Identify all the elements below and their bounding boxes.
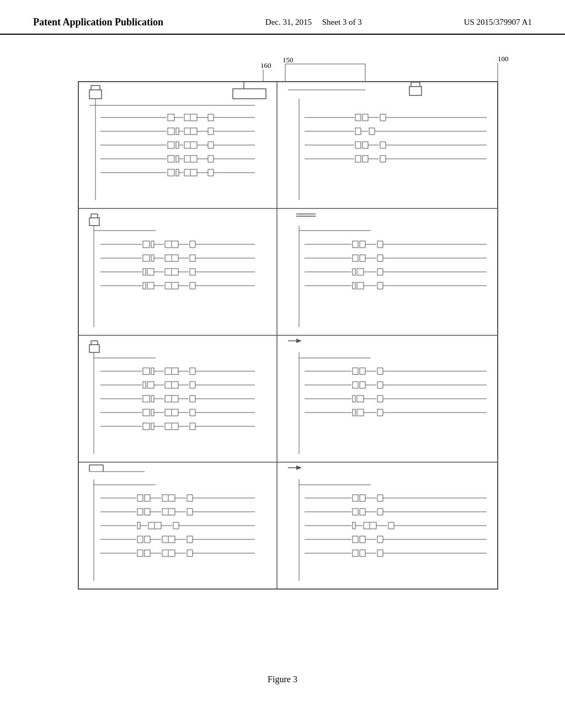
svg-rect-106 — [355, 128, 361, 135]
svg-rect-167 — [147, 269, 154, 275]
svg-rect-389 — [154, 522, 161, 529]
svg-rect-152 — [143, 255, 150, 261]
figure-3-svg: 160 150 100 — [45, 46, 520, 652]
svg-rect-63 — [168, 156, 174, 162]
svg-rect-255 — [147, 382, 154, 388]
svg-rect-41 — [190, 128, 197, 135]
svg-rect-397 — [137, 536, 143, 543]
svg-rect-260 — [172, 382, 178, 388]
svg-rect-362 — [168, 495, 175, 501]
svg-rect-371 — [145, 508, 150, 515]
svg-rect-158 — [172, 255, 178, 261]
svg-text:160: 160 — [260, 61, 271, 69]
svg-rect-198 — [353, 241, 358, 248]
svg-rect-282 — [143, 409, 150, 416]
svg-rect-19 — [233, 89, 266, 99]
svg-rect-315 — [360, 368, 365, 374]
svg-rect-115 — [363, 142, 368, 148]
svg-rect-36 — [176, 128, 179, 135]
svg-rect-447 — [353, 522, 355, 529]
svg-rect-461 — [360, 536, 365, 543]
svg-rect-78 — [176, 169, 179, 176]
svg-text:100: 100 — [498, 55, 509, 63]
svg-rect-77 — [168, 169, 174, 176]
svg-rect-138 — [143, 241, 150, 248]
svg-rect-268 — [143, 395, 150, 402]
svg-rect-398 — [145, 536, 150, 543]
svg-rect-216 — [353, 269, 355, 275]
svg-rect-241 — [151, 368, 154, 374]
svg-rect-297 — [151, 423, 154, 430]
svg-rect-27 — [190, 114, 197, 121]
diagram-area: 160 150 100 — [0, 40, 565, 658]
svg-rect-123 — [355, 156, 361, 162]
svg-rect-411 — [137, 550, 143, 556]
svg-rect-430 — [360, 495, 365, 501]
svg-rect-139 — [151, 241, 154, 248]
svg-rect-429 — [353, 495, 358, 501]
svg-rect-64 — [176, 156, 179, 162]
svg-rect-91 — [409, 87, 422, 95]
svg-rect-288 — [172, 409, 178, 416]
svg-rect-438 — [353, 508, 358, 515]
svg-rect-131 — [89, 218, 99, 226]
svg-rect-114 — [355, 142, 361, 148]
svg-rect-226 — [357, 282, 364, 289]
svg-rect-13 — [89, 90, 102, 99]
svg-rect-181 — [147, 282, 154, 289]
svg-rect-274 — [172, 395, 178, 402]
svg-rect-233 — [89, 345, 99, 352]
svg-rect-283 — [151, 409, 154, 416]
svg-rect-417 — [168, 550, 175, 556]
svg-rect-254 — [143, 382, 146, 388]
svg-rect-341 — [353, 409, 355, 416]
svg-rect-55 — [190, 142, 197, 148]
svg-rect-332 — [353, 395, 355, 402]
svg-rect-153 — [151, 255, 154, 261]
svg-rect-370 — [137, 508, 143, 515]
svg-rect-333 — [357, 395, 364, 402]
svg-rect-412 — [145, 550, 150, 556]
svg-rect-124 — [363, 156, 368, 162]
svg-rect-199 — [360, 241, 365, 248]
svg-rect-69 — [190, 156, 197, 162]
svg-rect-246 — [172, 368, 178, 374]
svg-rect-83 — [190, 169, 197, 176]
svg-rect-186 — [172, 282, 178, 289]
figure-caption: Figure 3 — [0, 675, 565, 684]
svg-rect-50 — [176, 142, 179, 148]
svg-rect-356 — [137, 495, 143, 501]
svg-rect-208 — [360, 255, 365, 261]
patent-number: US 2015/379907 A1 — [464, 18, 532, 27]
svg-rect-269 — [151, 395, 154, 402]
svg-rect-240 — [143, 368, 150, 374]
svg-rect-144 — [172, 241, 178, 248]
svg-rect-376 — [168, 508, 175, 515]
svg-rect-296 — [143, 423, 150, 430]
svg-rect-217 — [357, 269, 364, 275]
svg-rect-180 — [143, 282, 146, 289]
svg-rect-98 — [363, 114, 368, 121]
publication-title: Patent Application Publication — [33, 17, 163, 28]
page-header: Patent Application Publication Dec. 31, … — [0, 0, 565, 35]
svg-rect-324 — [360, 382, 365, 388]
svg-rect-49 — [168, 142, 174, 148]
svg-rect-22 — [168, 114, 174, 121]
svg-rect-460 — [353, 536, 358, 543]
svg-rect-323 — [353, 382, 358, 388]
svg-rect-207 — [353, 255, 358, 261]
svg-rect-452 — [370, 522, 376, 529]
svg-rect-166 — [143, 269, 146, 275]
svg-rect-97 — [355, 114, 361, 121]
svg-rect-302 — [172, 423, 178, 430]
svg-rect-384 — [137, 522, 140, 529]
svg-rect-469 — [353, 550, 358, 556]
svg-rect-470 — [360, 550, 365, 556]
svg-text:150: 150 — [282, 56, 294, 64]
svg-rect-439 — [360, 508, 365, 515]
svg-marker-310 — [296, 339, 302, 343]
svg-rect-342 — [357, 409, 364, 416]
svg-rect-314 — [353, 368, 358, 374]
svg-marker-425 — [296, 465, 302, 470]
svg-rect-225 — [353, 282, 355, 289]
